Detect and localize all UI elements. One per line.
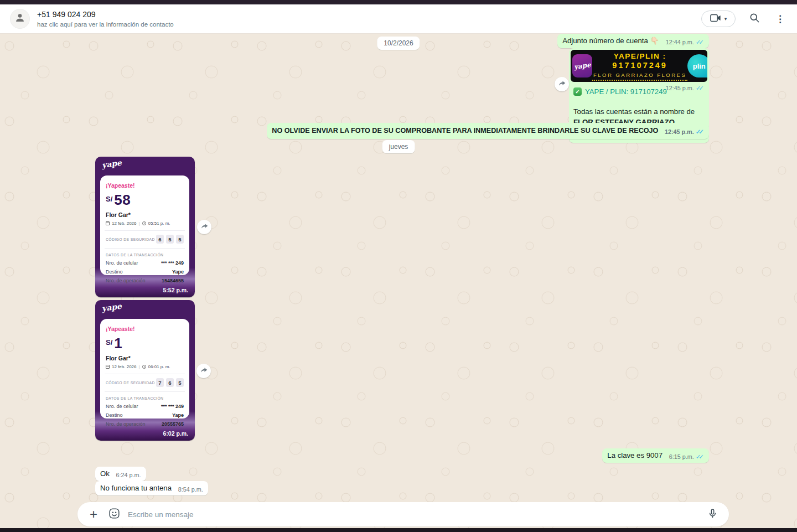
plus-icon: + (90, 507, 97, 521)
row-value: *** *** 249 (161, 260, 184, 266)
message-outgoing-adjunto[interactable]: Adjunto número de cuenta 👇🏻 12:44 p.m.✓✓ (557, 34, 709, 48)
transaction-data-label: DATOS DE LA TRANSACCIÓN (106, 253, 184, 257)
receipt-amount: S/58 (106, 192, 184, 209)
receipt-time: 06:01 p. m. (148, 364, 170, 369)
message-text: Adjunto número de cuenta (562, 37, 648, 45)
security-code-label: CÓDIGO DE SEGURIDAD (106, 381, 155, 385)
calendar-icon (106, 221, 110, 225)
receipt-time: 05:51 p. m. (148, 221, 170, 226)
security-code-row: CÓDIGO DE SEGURIDAD 6 5 5 (106, 235, 184, 244)
message-meta: 6:15 p.m.✓✓ (669, 452, 704, 462)
message-text: No funciona tu antena (100, 484, 172, 492)
receipt-card: ¡Yapeaste! S/1 Flor Gar* 12 feb. 2026 | … (100, 319, 189, 419)
row-label: Nro. de operación (106, 278, 146, 283)
window-title-bar (0, 0, 797, 4)
divider (105, 374, 185, 374)
chat-panel: 10/2/2026 Adjunto número de cuenta 👇🏻 12… (0, 33, 797, 528)
separator: | (138, 364, 139, 369)
microphone-icon (707, 508, 718, 521)
row-value: 20555765 (162, 421, 184, 427)
currency: S/ (106, 338, 112, 347)
emoji-button[interactable] (105, 508, 123, 521)
message-incoming-antena[interactable]: No funciona tu antena 8:54 p.m. (95, 481, 208, 495)
transaction-row: Destino Yape (106, 412, 184, 418)
divider (105, 248, 185, 249)
plin-logo-text: plin (693, 61, 706, 71)
amount: 58 (114, 192, 131, 208)
receipt-card: ¡Yapeaste! S/58 Flor Gar* 12 feb. 2026 |… (100, 175, 189, 275)
header-actions: ▾ ⋮ (701, 11, 787, 27)
kebab-menu-icon: ⋮ (775, 13, 785, 25)
forward-button[interactable] (196, 364, 211, 378)
security-digits: 7 6 5 (156, 378, 184, 387)
contact-name: +51 949 024 209 (37, 10, 174, 19)
transaction-row: Nro. de operación 20555765 (106, 421, 184, 427)
separator: | (138, 221, 139, 226)
digit: 5 (166, 235, 174, 244)
amount: 1 (114, 335, 122, 352)
message-time: 6:02 p.m. (163, 430, 188, 437)
clock-icon (142, 365, 146, 369)
receipt-datetime: 12 feb. 2026 | 06:01 p. m. (106, 364, 184, 369)
recipient-name: Flor Gar* (106, 211, 184, 218)
message-time: 12:45 p.m. (666, 85, 694, 91)
row-value: Yape (172, 412, 184, 418)
message-outgoing-la-clave[interactable]: La clave es 9007 6:15 p.m.✓✓ (602, 448, 709, 463)
date-chip: 10/2/2026 (377, 37, 420, 50)
contact-info[interactable]: +51 949 024 209 haz clic aquí para ver l… (37, 10, 174, 28)
plin-logo: plin (687, 54, 707, 78)
attach-button[interactable]: + (86, 508, 101, 521)
message-time: 5:52 p.m. (163, 287, 188, 293)
digit: 6 (156, 235, 164, 244)
video-call-button[interactable]: ▾ (701, 11, 736, 27)
digit: 5 (176, 235, 184, 244)
read-receipt-icon: ✓✓ (696, 128, 704, 135)
yape-receipt-2[interactable]: yape ¡Yapeaste! S/1 Flor Gar* 12 feb. 20… (95, 300, 195, 441)
point-down-emoji: 👇🏻 (650, 37, 659, 45)
transaction-data-label: DATOS DE LA TRANSACCIÓN (106, 396, 184, 400)
message-input[interactable] (128, 510, 701, 519)
divider (105, 391, 185, 392)
forward-button[interactable] (555, 77, 569, 91)
chat-header: +51 949 024 209 haz clic aquí para ver l… (0, 4, 797, 33)
message-time: 8:54 p.m. (178, 484, 203, 495)
receipt-amount: S/1 (106, 335, 184, 352)
message-time: 12:45 p.m. (665, 128, 694, 135)
forward-arrow-icon (558, 79, 566, 90)
row-label: Destino (106, 269, 123, 275)
receipt-title: ¡Yapeaste! (106, 182, 184, 189)
security-code-label: CÓDIGO DE SEGURIDAD (106, 237, 155, 241)
yape-plin-banner-image[interactable]: yape YAPE/PLIN : 917107249 FLOR GARRIAZO… (571, 50, 707, 82)
yape-app-icon: yape (572, 54, 592, 78)
menu-button[interactable]: ⋮ (773, 13, 787, 25)
row-label: Destino (106, 412, 123, 418)
yape-receipt-1[interactable]: yape ¡Yapeaste! S/58 Flor Gar* 12 feb. 2… (95, 157, 195, 297)
banner-text: YAPE/PLIN : 917107249 FLOR GARRIAZO FLOR… (592, 51, 687, 80)
row-label: Nro. de celular (106, 260, 138, 266)
check-mark-emoji: ✓ (573, 87, 582, 96)
receipt-datetime: 12 feb. 2026 | 05:51 p. m. (106, 221, 184, 226)
banner-title: YAPE/PLIN : (592, 52, 687, 61)
date-chip: jueves (382, 140, 415, 153)
message-incoming-ok[interactable]: Ok 6:24 p.m. (95, 467, 146, 481)
row-value: Yape (172, 269, 184, 275)
message-meta: 12:44 p.m.✓✓ (666, 37, 704, 48)
contact-avatar[interactable] (10, 9, 30, 29)
window-bottom-bar (0, 528, 797, 532)
voice-message-button[interactable] (705, 508, 720, 521)
yape-logo-text: yape (101, 302, 122, 313)
digit: 6 (166, 378, 174, 387)
receipt-date: 12 feb. 2026 (112, 221, 136, 226)
search-button[interactable] (749, 12, 760, 25)
digit: 5 (176, 378, 184, 387)
message-outgoing-no-olvide[interactable]: NO OLVIDE ENVIAR LA FOTO DE SU COMPROBAN… (267, 123, 709, 139)
row-value: 15484655 (162, 278, 184, 283)
forward-button[interactable] (197, 220, 211, 234)
sticker-smiley-icon (108, 508, 120, 521)
receipt-date: 12 feb. 2026 (112, 364, 136, 369)
person-icon (14, 12, 26, 26)
banner-holder-name: FLOR GARRIAZO FLORES (592, 72, 687, 81)
yape-logo-text: yape (101, 158, 122, 170)
read-receipt-icon: ✓✓ (696, 453, 704, 460)
read-receipt-icon: ✓✓ (696, 39, 704, 45)
